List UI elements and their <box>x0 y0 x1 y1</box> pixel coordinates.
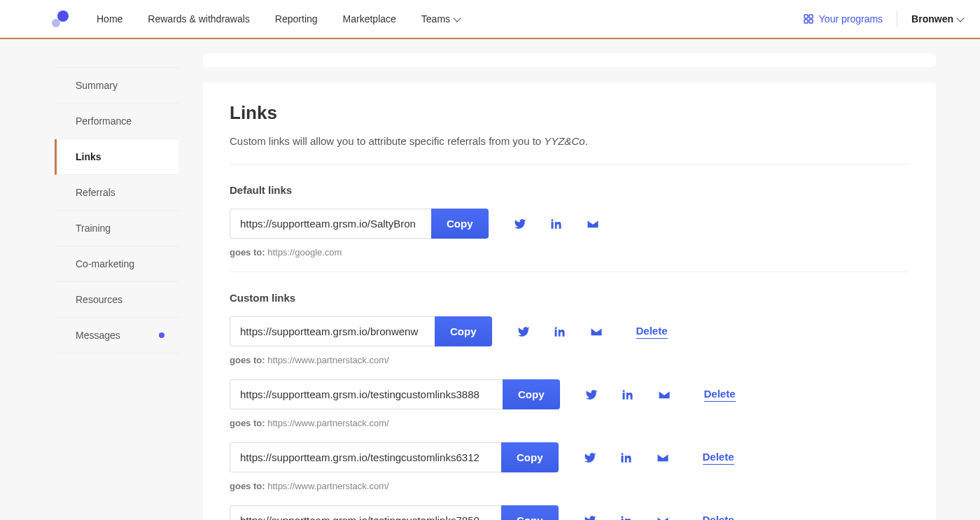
linkedin-icon[interactable] <box>622 388 634 401</box>
twitter-icon[interactable] <box>517 325 530 338</box>
link-url-input[interactable] <box>230 505 501 520</box>
page-title: Links <box>230 102 909 124</box>
logo <box>52 10 69 27</box>
delete-link[interactable]: Delete <box>704 388 736 402</box>
twitter-icon[interactable] <box>585 388 598 401</box>
links-card: Links Custom links will allow you to att… <box>203 83 936 520</box>
sidebar-item-label: Messages <box>76 330 120 341</box>
topbar: Home Rewards & withdrawals Reporting Mar… <box>0 0 980 39</box>
share-icons <box>514 218 599 230</box>
goes-to-label: goes to: <box>230 418 265 428</box>
link-row: Copy <box>230 209 909 239</box>
goes-to-url: https://www.partnerstack.com/ <box>267 355 388 365</box>
notification-dot-icon <box>159 332 164 338</box>
copy-button[interactable]: Copy <box>501 442 559 472</box>
user-menu[interactable]: Bronwen <box>911 13 963 24</box>
link-url-input[interactable] <box>230 209 431 239</box>
user-name: Bronwen <box>911 13 953 24</box>
your-programs-link[interactable]: Your programs <box>804 13 883 24</box>
link-input-wrap: Copy <box>230 316 492 346</box>
card-stub <box>203 53 936 67</box>
link-url-input[interactable] <box>230 442 501 472</box>
goes-to: goes to: https://www.partnerstack.com/ <box>230 481 909 491</box>
sidebar-item-label: Resources <box>76 294 122 305</box>
email-icon[interactable] <box>658 388 671 401</box>
svg-rect-2 <box>804 20 808 23</box>
copy-button[interactable]: Copy <box>501 505 559 520</box>
sidebar-item-label: Training <box>76 223 111 234</box>
sidebar: SummaryPerformanceLinksReferralsTraining… <box>0 53 178 520</box>
link-url-input[interactable] <box>230 316 435 346</box>
sidebar-item-referrals[interactable]: Referrals <box>55 175 178 211</box>
page-subtext: Custom links will allow you to attribute… <box>230 135 909 164</box>
section-divider <box>230 272 909 272</box>
sidebar-item-performance[interactable]: Performance <box>55 104 178 139</box>
goes-to-url: https://google.com <box>267 247 342 258</box>
email-icon[interactable] <box>587 218 599 230</box>
nav-rewards[interactable]: Rewards & withdrawals <box>148 13 250 24</box>
main-nav: Home Rewards & withdrawals Reporting Mar… <box>97 13 804 24</box>
nav-marketplace[interactable]: Marketplace <box>343 13 396 24</box>
goes-to-label: goes to: <box>230 355 265 365</box>
desc-suffix: . <box>585 135 588 147</box>
delete-link[interactable]: Delete <box>703 451 734 465</box>
company-name: YYZ&Co <box>544 135 584 147</box>
linkedin-icon[interactable] <box>620 451 633 464</box>
linkedin-icon[interactable] <box>554 325 566 338</box>
nav-home[interactable]: Home <box>97 13 122 24</box>
chevron-down-icon <box>453 14 461 22</box>
goes-to: goes to: https://google.com <box>230 247 909 258</box>
copy-button[interactable]: Copy <box>435 316 492 346</box>
link-input-wrap: Copy <box>230 379 560 409</box>
email-icon[interactable] <box>657 451 669 464</box>
sidebar-item-summary[interactable]: Summary <box>55 67 178 104</box>
sidebar-item-co-marketing[interactable]: Co-marketing <box>55 246 178 282</box>
desc-prefix: Custom links will allow you to attribute… <box>230 135 544 147</box>
sidebar-item-resources[interactable]: Resources <box>55 282 178 318</box>
share-icons <box>517 325 603 338</box>
nav-teams[interactable]: Teams <box>421 13 460 24</box>
sidebar-item-label: Performance <box>76 115 132 127</box>
goes-to-label: goes to: <box>230 247 265 258</box>
delete-link[interactable]: Delete <box>636 325 668 339</box>
your-programs-label: Your programs <box>819 13 883 24</box>
sidebar-item-label: Referrals <box>76 187 115 198</box>
svg-rect-3 <box>809 20 813 23</box>
share-icons <box>584 514 669 521</box>
sidebar-item-label: Co-marketing <box>76 258 134 269</box>
grid-icon <box>804 14 813 24</box>
goes-to: goes to: https://www.partnerstack.com/ <box>230 418 909 428</box>
svg-rect-0 <box>804 15 808 18</box>
email-icon[interactable] <box>590 325 603 338</box>
twitter-icon[interactable] <box>584 451 596 464</box>
email-icon[interactable] <box>657 514 669 521</box>
link-input-wrap: Copy <box>230 209 489 239</box>
linkedin-icon[interactable] <box>550 218 563 230</box>
share-icons <box>584 451 669 464</box>
link-row: Copy Delete <box>230 442 909 472</box>
chevron-down-icon <box>956 14 964 22</box>
share-icons <box>585 388 671 401</box>
copy-button[interactable]: Copy <box>431 209 489 239</box>
linkedin-icon[interactable] <box>620 514 633 521</box>
goes-to-label: goes to: <box>230 481 265 491</box>
sidebar-item-label: Summary <box>76 80 118 91</box>
sidebar-item-links[interactable]: Links <box>55 139 178 175</box>
link-row: Copy Delete <box>230 379 909 409</box>
right-nav: Your programs Bronwen <box>804 10 963 27</box>
sidebar-item-label: Links <box>76 151 102 162</box>
twitter-icon[interactable] <box>514 218 526 230</box>
delete-link[interactable]: Delete <box>703 514 734 521</box>
default-links-label: Default links <box>230 184 909 196</box>
nav-reporting[interactable]: Reporting <box>275 13 318 24</box>
sidebar-item-training[interactable]: Training <box>55 211 178 246</box>
twitter-icon[interactable] <box>584 514 596 521</box>
goes-to: goes to: https://www.partnerstack.com/ <box>230 355 909 365</box>
sidebar-item-messages[interactable]: Messages <box>55 318 178 353</box>
copy-button[interactable]: Copy <box>503 379 560 409</box>
link-input-wrap: Copy <box>230 442 559 472</box>
goes-to-url: https://www.partnerstack.com/ <box>267 481 388 491</box>
nav-teams-label: Teams <box>421 13 450 24</box>
link-row: Copy Delete <box>230 316 909 346</box>
link-url-input[interactable] <box>230 379 503 409</box>
